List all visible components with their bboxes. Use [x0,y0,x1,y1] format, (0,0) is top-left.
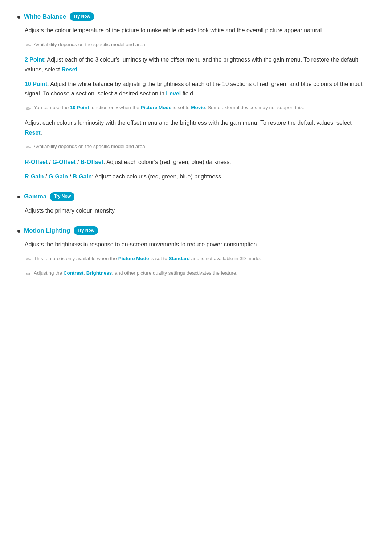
white-balance-note-text-2: You can use the 10 Point function only w… [34,104,304,112]
motion-lighting-section: Motion Lighting Try Now Adjusts the brig… [17,226,366,279]
ten-point-desc: 10 Point: Adjust the white balance by ad… [25,79,366,99]
contrast-link[interactable]: Contrast [64,270,84,276]
standard-link[interactable]: Standard [168,256,190,261]
white-balance-desc: Adjusts the colour temperature of the pi… [25,26,366,35]
white-balance-body: Adjusts the colour temperature of the pi… [17,26,366,181]
level-link[interactable]: Level [166,90,181,97]
white-balance-try-now-badge[interactable]: Try Now [70,12,94,21]
restore-desc: Adjust each colour's luminosity with the… [25,118,366,138]
gamma-header: Gamma Try Now [17,192,366,201]
reset-link-1[interactable]: Reset [61,66,77,73]
gamma-title: Gamma [24,192,46,201]
brightness-link[interactable]: Brightness [86,270,112,276]
motion-lighting-title: Motion Lighting [24,226,70,235]
reset-link-2[interactable]: Reset [25,130,41,136]
white-balance-note-3: ✏ Availability depends on the specific m… [25,143,366,152]
gamma-body: Adjusts the primary colour intensity. [17,206,366,216]
picture-mode-link-1[interactable]: Picture Mode [140,105,171,110]
note-icon-motion-2: ✏ [26,270,31,279]
bullet-dot-gamma [17,196,20,198]
two-point-desc: 2 Point: Adjust each of the 3 colour's l… [25,55,366,74]
picture-mode-link-2[interactable]: Picture Mode [118,256,149,261]
white-balance-header: White Balance Try Now [17,12,366,21]
b-offset-link[interactable]: B-Offset [81,159,103,165]
note-icon-3: ✏ [26,143,31,152]
note-icon-1: ✏ [26,41,31,50]
motion-lighting-note-2: ✏ Adjusting the Contrast, Brightness, an… [25,269,366,279]
g-offset-link[interactable]: G-Offset [52,159,75,165]
white-balance-section: White Balance Try Now Adjusts the colour… [17,12,366,181]
motion-lighting-desc: Adjusts the brightness in response to on… [25,240,366,249]
white-balance-note-text-3: Availability depends on the specific mod… [34,143,146,151]
motion-lighting-note-text-2: Adjusting the Contrast, Brightness, and … [34,269,237,277]
gamma-section: Gamma Try Now Adjusts the primary colour… [17,192,366,216]
ten-point-note-link[interactable]: 10 Point [70,105,89,110]
motion-lighting-body: Adjusts the brightness in response to on… [17,240,366,279]
gain-desc: R-Gain / G-Gain / B-Gain: Adjust each co… [25,172,366,181]
motion-lighting-note-1: ✏ This feature is only available when th… [25,255,366,264]
b-gain-link[interactable]: B-Gain [73,173,91,180]
gamma-try-now-badge[interactable]: Try Now [50,192,74,201]
note-icon-motion-1: ✏ [26,255,31,264]
movie-link[interactable]: Movie [191,105,205,110]
bullet-dot-motion [17,230,20,233]
white-balance-note-text-1: Availability depends on the specific mod… [34,41,146,49]
white-balance-note-1: ✏ Availability depends on the specific m… [25,41,366,50]
white-balance-note-2: ✏ You can use the 10 Point function only… [25,104,366,114]
ten-point-link[interactable]: 10 Point [25,81,47,87]
content-area: White Balance Try Now Adjusts the colour… [17,12,366,279]
two-point-link[interactable]: 2 Point [25,57,44,63]
motion-lighting-try-now-badge[interactable]: Try Now [74,226,98,235]
motion-lighting-header: Motion Lighting Try Now [17,226,366,235]
bullet-dot [17,16,20,19]
r-gain-link[interactable]: R-Gain [25,173,44,180]
note-icon-2: ✏ [26,104,31,114]
white-balance-title: White Balance [24,12,66,21]
r-offset-link[interactable]: R-Offset [25,159,48,165]
gamma-desc: Adjusts the primary colour intensity. [25,206,366,216]
motion-lighting-note-text-1: This feature is only available when the … [34,255,261,263]
offset-desc: R-Offset / G-Offset / B-Offset: Adjust e… [25,157,366,167]
g-gain-link[interactable]: G-Gain [49,173,68,180]
